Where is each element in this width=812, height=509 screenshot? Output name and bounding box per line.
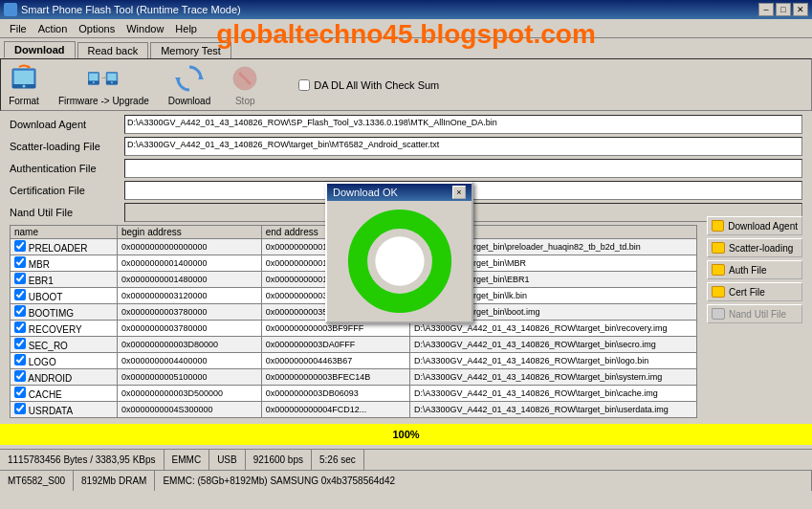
- cell-checkbox[interactable]: USRDATA: [11, 402, 118, 418]
- download-ok-chart: [347, 209, 452, 314]
- cert-button[interactable]: Cert File: [707, 282, 802, 301]
- cell-begin: 0x0000000000000000: [117, 239, 261, 255]
- cell-checkbox[interactable]: PRELOADER: [11, 239, 118, 255]
- menu-options[interactable]: Options: [73, 21, 121, 36]
- scatter-label: Scatter-loading File: [10, 141, 124, 152]
- cell-checkbox[interactable]: CACHE: [11, 386, 118, 402]
- cell-end: 0x000000000003BFEC14B: [261, 369, 409, 386]
- svg-marker-14: [198, 75, 204, 79]
- format-button[interactable]: Format: [9, 63, 39, 106]
- cell-path: D:\A3300GV_A442_01_43_140826_ROW\target_…: [410, 402, 697, 418]
- tab-bar: Download Read back Memory Test: [0, 38, 812, 58]
- folder-icon-nand: [712, 308, 725, 320]
- svg-rect-1: [14, 71, 33, 84]
- title-bar: Smart Phone Flash Tool (Runtime Trace Mo…: [0, 0, 812, 19]
- dialog-close-button[interactable]: ×: [452, 186, 466, 199]
- cell-checkbox[interactable]: MBR: [11, 255, 118, 272]
- menu-bar: File Action Options Window Help: [0, 19, 812, 38]
- cell-end: 0x0000000004463B67: [261, 353, 409, 369]
- emmc-info: EMMC: (58Gb+8192Mb) SAMSUNG 0x4b3758564d…: [155, 471, 812, 491]
- da-dl-label: DA DL All With Check Sum: [314, 79, 439, 91]
- svg-point-13: [111, 81, 113, 83]
- format-icon: [9, 63, 39, 94]
- menu-action[interactable]: Action: [33, 21, 74, 36]
- close-button[interactable]: ✕: [793, 3, 808, 16]
- auth-button[interactable]: Auth File: [707, 260, 802, 279]
- download-agent-input[interactable]: D:\A3300GV_A442_01_43_140826_ROW\SP_Flas…: [124, 115, 802, 134]
- maximize-button[interactable]: □: [776, 3, 791, 16]
- cell-begin: 0x0000000005100000: [117, 369, 261, 386]
- table-row: LOGO 0x0000000004400000 0x0000000004463B…: [11, 353, 697, 369]
- firmware-upgrade-button[interactable]: → Firmware -> Upgrade: [58, 63, 149, 106]
- cell-path: D:\A3300GV_A442_01_43_140826_ROW\target_…: [410, 369, 697, 386]
- cert-label: Certification File: [10, 185, 124, 196]
- download-agent-button[interactable]: Download Agent: [707, 216, 802, 235]
- stop-icon: [230, 63, 260, 94]
- nand-label: Nand Util File: [10, 207, 124, 218]
- da-dl-checkbox-area: DA DL All With Check Sum: [298, 79, 439, 91]
- firmware-label: Firmware -> Upgrade: [58, 96, 149, 106]
- cell-begin: 0x0000000004400000: [117, 353, 261, 369]
- usb-status: USB: [209, 450, 246, 470]
- emmc-status: EMMC: [165, 450, 210, 470]
- svg-rect-6: [90, 74, 99, 81]
- auth-input[interactable]: [124, 159, 802, 178]
- col-begin: begin address: [117, 226, 261, 239]
- folder-icon-auth: [712, 264, 725, 276]
- download-agent-label: Download Agent: [10, 119, 124, 130]
- download-button[interactable]: Download: [168, 63, 210, 106]
- bottom-bar: MT6582_S00 8192Mb DRAM EMMC: (58Gb+8192M…: [0, 470, 812, 491]
- cell-checkbox[interactable]: ANDROID: [11, 369, 118, 386]
- cell-begin: 0x0000000001400000: [117, 255, 261, 272]
- ram-info: 8192Mb DRAM: [74, 471, 155, 491]
- minimize-button[interactable]: –: [758, 3, 774, 16]
- scatter-row: Scatter-loading File D:\A3300GV_A442_01_…: [10, 137, 802, 156]
- cell-path: D:\A3300GV_A442_01_43_140826_ROW\target_…: [410, 337, 697, 353]
- svg-marker-15: [175, 77, 181, 82]
- tab-memtest[interactable]: Memory Test: [150, 42, 231, 58]
- table-row: CACHE 0x000000000003D500000 0x0000000003…: [11, 386, 697, 402]
- menu-file[interactable]: File: [4, 21, 33, 36]
- auth-label: Authentication File: [10, 163, 124, 174]
- cell-end: 0x0000000003DB06093: [261, 386, 409, 402]
- cell-begin: 0x000000000003D500000: [117, 386, 261, 402]
- status-bar: 1115783456 Bytes / 3383,95 KBps EMMC USB…: [0, 449, 812, 470]
- cell-path: D:\A3300GV_A442_01_43_140826_ROW\target_…: [410, 386, 697, 402]
- cell-begin: 0x0000000001480000: [117, 272, 261, 288]
- cell-end: 0x0000000003DA0FFF: [261, 337, 409, 353]
- cell-checkbox[interactable]: UBOOT: [11, 288, 118, 304]
- right-panel: Download Agent Scatter-loading Auth File…: [707, 216, 802, 323]
- dialog-title-bar: Download OK ×: [327, 184, 472, 201]
- menu-window[interactable]: Window: [121, 21, 169, 36]
- firmware-icon: →: [88, 63, 119, 94]
- dialog-title-text: Download OK: [333, 187, 398, 198]
- cell-begin: 0x0000000004S300000: [117, 402, 261, 418]
- tab-download[interactable]: Download: [4, 41, 76, 58]
- cell-checkbox[interactable]: RECOVERY: [11, 321, 118, 337]
- menu-help[interactable]: Help: [169, 21, 203, 36]
- da-dl-checkbox[interactable]: [298, 79, 310, 91]
- progress-label: 100%: [392, 429, 419, 440]
- auth-row: Authentication File: [10, 159, 802, 178]
- cell-end: 0x000000000004FCD12...: [261, 402, 409, 418]
- scatter-button[interactable]: Scatter-loading: [707, 238, 802, 257]
- time-status: 5:26 sec: [312, 450, 364, 470]
- bps-status: 921600 bps: [246, 450, 312, 470]
- nand-button: Nand Util File: [707, 304, 802, 323]
- cell-checkbox[interactable]: BOOTIMG: [11, 304, 118, 321]
- folder-icon-cert: [712, 286, 725, 298]
- table-row: USRDATA 0x0000000004S300000 0x0000000000…: [11, 402, 697, 418]
- cell-checkbox[interactable]: SEC_RO: [11, 337, 118, 353]
- stop-button[interactable]: Stop: [230, 63, 260, 106]
- tab-readback[interactable]: Read back: [77, 42, 149, 58]
- folder-icon-scatter: [712, 242, 725, 254]
- stop-label: Stop: [235, 96, 255, 106]
- cell-checkbox[interactable]: EBR1: [11, 272, 118, 288]
- download-ok-dialog: Download OK ×: [325, 182, 473, 323]
- cell-checkbox[interactable]: LOGO: [11, 353, 118, 369]
- cell-begin: 0x0000000003120000: [117, 288, 261, 304]
- scatter-input[interactable]: D:\A3300GV_A442_01_43_140826_ROW\target_…: [124, 137, 802, 156]
- svg-text:→: →: [100, 74, 106, 80]
- cell-begin: 0x0000000003780000: [117, 304, 261, 321]
- bytes-status: 1115783456 Bytes / 3383,95 KBps: [0, 450, 165, 470]
